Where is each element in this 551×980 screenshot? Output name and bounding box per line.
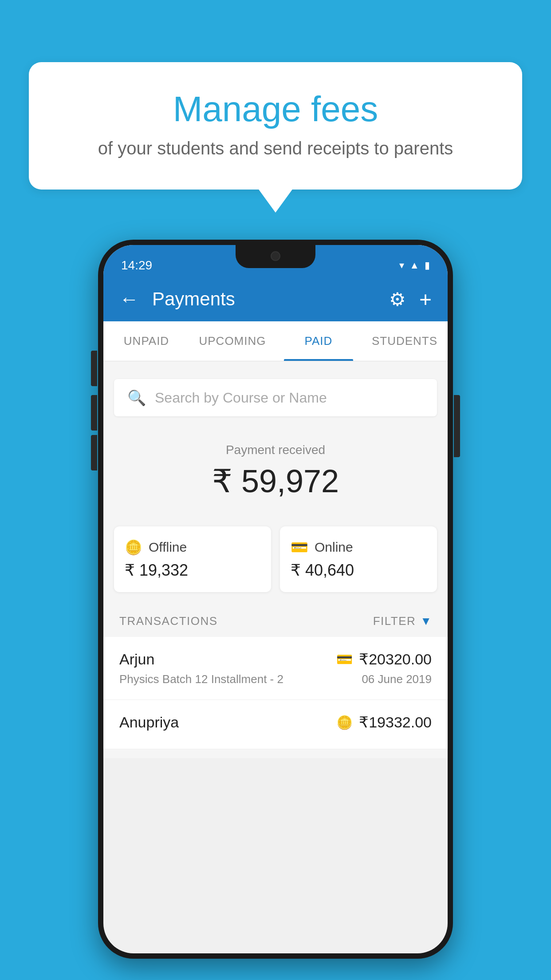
transaction-amount: ₹19332.00 [359, 713, 432, 731]
payment-received-section: Payment received ₹ 59,972 [103, 425, 448, 526]
transaction-name: Arjun [119, 651, 154, 668]
bubble-subtitle: of your students and send receipts to pa… [64, 138, 487, 158]
settings-icon[interactable]: ⚙ [389, 288, 406, 310]
offline-card: 🪙 Offline ₹ 19,332 [114, 526, 271, 592]
offline-payment-icon: 🪙 [336, 715, 353, 730]
filter-icon: ▼ [420, 614, 432, 628]
transactions-label: TRANSACTIONS [119, 614, 218, 628]
phone-screen: 14:29 ▾ ▲ ▮ ← Payments ⚙ + UNPAID [103, 245, 448, 953]
transaction-row[interactable]: Anupriya 🪙 ₹19332.00 [103, 700, 448, 749]
transaction-description: Physics Batch 12 Installment - 2 [119, 672, 283, 686]
tab-paid[interactable]: PAID [276, 321, 362, 361]
phone-container: 14:29 ▾ ▲ ▮ ← Payments ⚙ + UNPAID [98, 240, 453, 959]
offline-amount: ₹ 19,332 [125, 561, 260, 580]
payment-cards: 🪙 Offline ₹ 19,332 💳 Online ₹ 40,640 [103, 526, 448, 605]
payment-received-amount: ₹ 59,972 [114, 462, 437, 500]
search-bar[interactable]: 🔍 Search by Course or Name [114, 379, 437, 416]
app-header: ← Payments ⚙ + [103, 277, 448, 321]
add-button[interactable]: + [419, 287, 432, 312]
tab-upcoming[interactable]: UPCOMING [189, 321, 276, 361]
speech-bubble: Manage fees of your students and send re… [29, 62, 522, 190]
transactions-header: TRANSACTIONS FILTER ▼ [103, 605, 448, 637]
phone-frame: 14:29 ▾ ▲ ▮ ← Payments ⚙ + UNPAID [98, 240, 453, 959]
online-payment-icon: 💳 [336, 652, 353, 667]
wifi-icon: ▾ [399, 260, 404, 271]
transaction-date: 06 June 2019 [362, 672, 432, 686]
online-card: 💳 Online ₹ 40,640 [280, 526, 437, 592]
signal-icon: ▲ [409, 260, 419, 271]
status-time: 14:29 [121, 258, 152, 273]
search-icon: 🔍 [127, 389, 146, 407]
filter-group[interactable]: FILTER ▼ [373, 614, 432, 628]
tab-students[interactable]: STUDENTS [362, 321, 448, 361]
transaction-amount-group: 🪙 ₹19332.00 [336, 713, 432, 731]
transaction-amount-group: 💳 ₹20320.00 [336, 650, 432, 668]
bubble-title: Manage fees [64, 89, 487, 130]
online-amount: ₹ 40,640 [291, 561, 426, 580]
camera [271, 251, 280, 261]
notch [236, 245, 315, 268]
transaction-amount: ₹20320.00 [359, 650, 432, 668]
main-content: 🔍 Search by Course or Name Payment recei… [103, 361, 448, 758]
offline-label: Offline [149, 540, 187, 555]
battery-icon: ▮ [425, 260, 430, 271]
status-icons: ▾ ▲ ▮ [399, 260, 430, 271]
search-input[interactable]: Search by Course or Name [155, 390, 327, 406]
filter-label: FILTER [373, 614, 416, 628]
transaction-name: Anupriya [119, 714, 179, 731]
transaction-row[interactable]: Arjun 💳 ₹20320.00 Physics Batch 12 Insta… [103, 637, 448, 700]
tab-unpaid[interactable]: UNPAID [103, 321, 189, 361]
back-button[interactable]: ← [119, 288, 139, 310]
header-title: Payments [152, 288, 376, 310]
payment-received-label: Payment received [114, 443, 437, 457]
online-icon: 💳 [291, 539, 308, 556]
speech-bubble-container: Manage fees of your students and send re… [29, 62, 522, 190]
offline-icon: 🪙 [125, 539, 142, 556]
online-label: Online [315, 540, 353, 555]
tabs-bar: UNPAID UPCOMING PAID STUDENTS [103, 321, 448, 361]
